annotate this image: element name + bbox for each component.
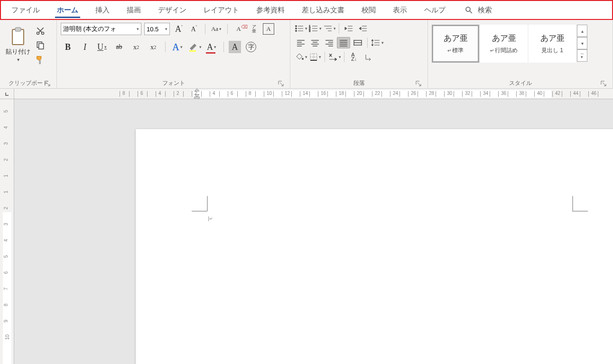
tab-draw[interactable]: 描画 [118, 1, 149, 19]
tab-help[interactable]: ヘルプ [416, 1, 454, 19]
shrink-font-icon: Aˇ [191, 25, 197, 33]
margin-corner [572, 211, 588, 212]
font-size-combo[interactable]: ▾ [144, 23, 170, 35]
cut-button[interactable] [36, 26, 45, 36]
line-spacing-button[interactable]: ▾ [371, 37, 384, 48]
show-marks-button[interactable] [362, 51, 375, 63]
styles-launcher[interactable] [600, 80, 607, 87]
align-left-icon [296, 39, 306, 47]
tab-layout[interactable]: レイアウト [195, 1, 248, 19]
sort-button[interactable]: AZ↓ [347, 51, 361, 63]
shrink-font-button[interactable]: Aˇ [188, 23, 200, 35]
bold-button[interactable]: B [61, 40, 75, 54]
tab-view[interactable]: 表示 [384, 1, 416, 19]
align-left-button[interactable] [294, 37, 307, 48]
tab-file[interactable]: ファイル [3, 1, 48, 19]
font-launcher[interactable] [278, 80, 284, 87]
phonetic-guide-button[interactable]: ア亜 [248, 23, 260, 35]
chevron-down-icon: ▾ [17, 57, 19, 62]
svg-rect-3 [15, 28, 21, 31]
superscript-button[interactable]: x2 [146, 40, 160, 54]
align-right-icon [325, 39, 334, 47]
tab-design[interactable]: デザイン [149, 1, 195, 19]
line-spacing-icon [371, 39, 381, 47]
page[interactable]: |↵ [136, 129, 613, 364]
underline-label: U [97, 42, 103, 52]
character-shading-button[interactable]: A [229, 41, 241, 53]
tab-references[interactable]: 参考資料 [248, 1, 293, 19]
chevron-down-icon: ▾ [199, 45, 202, 49]
styles-scroll-up[interactable]: ▴ [577, 25, 587, 37]
ruler-number: 8 [249, 91, 251, 96]
ruler-number: 30 [447, 91, 452, 96]
group-font: ▾ ▾ Aˆ Aˇ Aa▾ A⌫ [57, 20, 290, 89]
ruler-number: 7 [3, 288, 9, 290]
style-name: 見出し 1 [541, 47, 563, 55]
grow-font-button[interactable]: Aˆ [173, 23, 185, 35]
bullets-button[interactable]: ▾ [294, 23, 307, 34]
tab-selector[interactable] [0, 89, 14, 99]
ruler-number: 8 [122, 91, 125, 96]
tab-insert[interactable]: 挿入 [87, 1, 118, 19]
style-no-spacing[interactable]: あア亜 ↵ 行間詰め [480, 25, 528, 63]
font-name-combo[interactable]: ▾ [61, 23, 141, 35]
styles-scroll-down[interactable]: ▾ [577, 37, 587, 49]
enclose-circle-button[interactable]: 字 [244, 40, 258, 54]
tab-home[interactable]: ホーム [48, 1, 87, 19]
shading-button[interactable]: ▾ [294, 51, 307, 63]
distributed-button[interactable] [351, 37, 364, 48]
svg-marker-67 [335, 58, 337, 61]
align-right-button[interactable] [323, 37, 336, 48]
styles-expand[interactable]: ─▾ [577, 49, 587, 62]
font-size-input[interactable] [147, 26, 164, 33]
ruler-number: 14 [303, 91, 308, 96]
clear-format-icon: A⌫ [236, 25, 241, 33]
document-area[interactable]: |↵ [14, 99, 613, 364]
font-color-button[interactable]: A▾ [204, 40, 219, 54]
font-name-input[interactable] [63, 26, 136, 33]
search-icon [464, 6, 473, 14]
subscript-label: 2 [137, 45, 139, 50]
clear-formatting-button[interactable]: A⌫ [232, 23, 245, 35]
paste-button[interactable]: 貼り付け ▾ [4, 23, 32, 65]
ruler-number: 20 [357, 91, 362, 96]
ruler-number: 10 [5, 335, 10, 340]
divider [325, 52, 325, 62]
search-button[interactable]: 検索 [464, 6, 492, 15]
paragraph-launcher[interactable] [415, 80, 422, 87]
decrease-indent-button[interactable] [342, 23, 355, 34]
clipboard-launcher[interactable] [44, 80, 51, 87]
change-case-button[interactable]: Aa▾ [210, 23, 223, 35]
chevron-down-icon: ▾ [137, 27, 139, 31]
style-normal[interactable]: あア亜 ↵ 標準 [432, 25, 479, 63]
launcher-icon [278, 80, 284, 87]
numbering-button[interactable]: 123▾ [308, 23, 322, 34]
tab-review[interactable]: 校閲 [353, 1, 384, 19]
vertical-ruler[interactable]: 5432112345678910 [0, 99, 14, 364]
text-effects-button[interactable]: A▾ [170, 40, 185, 54]
borders-button[interactable]: ▾ [308, 51, 322, 63]
tab-mailings[interactable]: 差し込み文書 [293, 1, 353, 19]
multilevel-list-button[interactable]: ▾ [323, 23, 336, 34]
align-center-button[interactable] [308, 37, 322, 48]
ruler-number: 38 [519, 91, 524, 96]
highlighter-icon [188, 42, 198, 52]
enclose-characters-button[interactable]: A [263, 23, 274, 35]
italic-button[interactable]: I [78, 40, 92, 54]
copy-button[interactable] [36, 40, 45, 50]
chevron-down-icon: ▾ [165, 27, 167, 31]
subscript-button[interactable]: x2 [129, 40, 143, 54]
launcher-icon [44, 80, 51, 87]
style-name: ↵ 行間詰め [490, 47, 518, 55]
launcher-icon [415, 80, 422, 87]
underline-button[interactable]: U▾ [95, 40, 109, 54]
strikethrough-button[interactable]: ab [112, 40, 126, 54]
format-painter-button[interactable] [35, 54, 46, 65]
align-justify-button[interactable] [337, 37, 350, 48]
horizontal-ruler[interactable]: 8642246810121416182022242628303234363840… [14, 89, 613, 99]
svg-rect-2 [12, 29, 24, 45]
text-direction-button[interactable]: X▾ [328, 51, 341, 63]
increase-indent-button[interactable] [356, 23, 370, 34]
style-heading1[interactable]: あア亜 見出し 1 [529, 25, 576, 63]
highlight-button[interactable]: ▾ [187, 40, 202, 54]
